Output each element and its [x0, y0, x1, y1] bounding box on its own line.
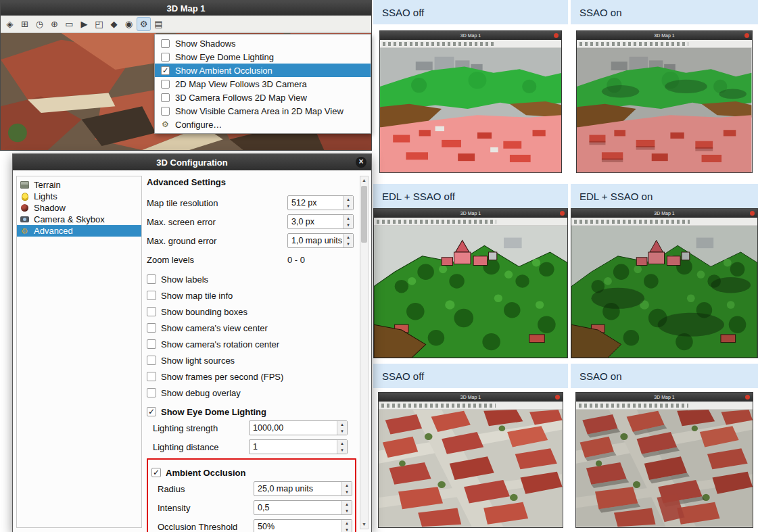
field-label: Occlusion Threshold: [158, 522, 254, 532]
checkbox-unchecked[interactable]: [147, 323, 156, 333]
checkbox-unchecked[interactable]: [161, 53, 170, 62]
comparison-image-cell: 3D Map 1: [571, 388, 758, 532]
ao-intensity-spinbox[interactable]: 0,5 ▴▾: [254, 500, 352, 515]
field-row: Map tile resolution 512 px ▴▾: [147, 195, 356, 210]
max-screen-error-spinbox[interactable]: 3,0 px ▴▾: [287, 214, 354, 229]
checkbox-unchecked[interactable]: [147, 356, 156, 365]
view-options-menu: Show Shadows Show Eye Dome Lighting ✓ Sh…: [154, 34, 371, 134]
export-scene-icon[interactable]: ◆: [107, 17, 121, 31]
checkbox-unchecked[interactable]: [161, 107, 170, 116]
mini-map-window: 3D Map 1: [379, 30, 563, 173]
comparison-image-cell: 3D Map 1: [373, 388, 568, 532]
edl-group-checkbox[interactable]: ✓ Show Eye Dome Lighting: [147, 403, 356, 420]
animation-icon[interactable]: ◷: [32, 17, 47, 31]
settings-heading: Advanced Settings: [147, 177, 356, 187]
mini-titlebar: 3D Map 1: [571, 209, 757, 218]
save-image-icon[interactable]: ◰: [92, 17, 106, 31]
sidebar-item-advanced[interactable]: ⚙ Advanced: [17, 225, 141, 237]
play-animation-icon[interactable]: ▶: [77, 17, 91, 31]
lighting-strength-spinbox[interactable]: 1000,00 ▴▾: [249, 420, 348, 435]
checkbox-row-show-rotation-center[interactable]: Show camera's rotation center: [147, 336, 356, 352]
mini-toolbar: [379, 402, 563, 410]
scene-aerial-ssao-on: [576, 410, 753, 527]
camera-control-icon[interactable]: ⊞: [18, 17, 32, 31]
checkbox-checked[interactable]: ✓: [161, 66, 170, 75]
options-wrench-icon[interactable]: ⚙: [137, 17, 151, 31]
checkbox-unchecked[interactable]: [147, 339, 156, 349]
scroll-down-icon[interactable]: ▼: [360, 521, 368, 529]
checkbox-row-show-fps[interactable]: Show frames per second (FPS): [147, 368, 356, 385]
terrain-icon: [20, 180, 30, 189]
spin-down-icon: ▾: [342, 489, 352, 495]
lightbulb-icon: [20, 192, 30, 201]
sidebar-item-camera-skybox[interactable]: Camera & Skybox: [17, 214, 141, 225]
scene-ssao-on-classified: [577, 48, 751, 172]
mini-toolbar: [577, 40, 751, 48]
ao-occlusion-threshold-spinbox[interactable]: 50% ▴▾: [254, 519, 352, 532]
menu-item-show-shadows[interactable]: Show Shadows: [155, 37, 371, 50]
checkbox-unchecked[interactable]: [147, 388, 156, 397]
checkbox-row-show-light-sources[interactable]: Show light sources: [147, 352, 356, 368]
scene-edl-ssao-on: [571, 226, 757, 358]
checkbox-unchecked[interactable]: [147, 307, 156, 316]
checkbox-row-show-map-tile-info[interactable]: Show map tile info: [147, 287, 356, 304]
checkbox-unchecked[interactable]: [147, 291, 156, 300]
pan-tool-icon[interactable]: ◈: [3, 17, 17, 31]
field-row: Radius 25,0 map units ▴▾: [151, 481, 350, 496]
mini-map-window: 3D Map 1: [378, 392, 563, 527]
spin-down-icon: ▾: [342, 508, 352, 514]
map-window-title: 3D Map 1: [166, 3, 205, 14]
zoom-levels-value: 0 - 0: [287, 255, 305, 265]
checkbox-row-show-labels[interactable]: Show labels: [147, 271, 356, 287]
legend-icon[interactable]: ▤: [151, 17, 166, 31]
config-dialog-titlebar[interactable]: 3D Configuration ×: [13, 154, 371, 170]
checkbox-unchecked[interactable]: [147, 274, 156, 284]
spin-up-icon: ▴: [342, 501, 352, 508]
sidebar-item-terrain[interactable]: Terrain: [17, 179, 141, 191]
checkbox-unchecked[interactable]: [161, 80, 170, 89]
panel-header-ssao-on-2: SSAO on: [571, 364, 758, 388]
map-window-titlebar[interactable]: 3D Map 1: [1, 1, 371, 16]
field-row: Lighting strength 1000,00 ▴▾: [147, 420, 356, 435]
mini-toolbar: [374, 218, 567, 226]
checkbox-unchecked[interactable]: [161, 39, 170, 48]
checkbox-unchecked[interactable]: [161, 93, 170, 102]
map-tile-resolution-spinbox[interactable]: 512 px ▴▾: [287, 195, 354, 210]
ambient-occlusion-group-checkbox[interactable]: ✓ Ambient Occlusion: [151, 464, 350, 481]
mini-close-dot: [560, 211, 565, 216]
menu-item-configure[interactable]: ⚙ Configure…: [155, 118, 371, 131]
panel-header-ssao-off-2: SSAO off: [373, 364, 568, 388]
checkbox-checked[interactable]: ✓: [151, 468, 161, 477]
config-dialog-body: Terrain Lights Shadow Camera & Skybox ⚙ …: [13, 170, 371, 532]
mini-close-dot: [744, 33, 749, 38]
close-icon[interactable]: ×: [356, 157, 366, 168]
mini-titlebar: 3D Map 1: [379, 393, 563, 402]
scrollbar-thumb[interactable]: [361, 186, 367, 243]
comparison-image-cell: 3D Map 1: [373, 208, 568, 358]
measure-line-icon[interactable]: ▭: [62, 17, 76, 31]
menu-item-show-visible-camera-area[interactable]: Show Visible Camera Area in 2D Map View: [155, 104, 371, 118]
mini-map-window: 3D Map 1: [575, 392, 753, 527]
menu-item-show-ambient-occlusion[interactable]: ✓ Show Ambient Occlusion: [155, 64, 371, 77]
ao-radius-spinbox[interactable]: 25,0 map units ▴▾: [254, 481, 352, 496]
checkbox-row-show-bounding-boxes[interactable]: Show bounding boxes: [147, 304, 356, 320]
view-theme-eye-icon[interactable]: ◉: [122, 17, 136, 31]
zoom-full-icon[interactable]: ⊕: [47, 17, 62, 31]
checkbox-row-show-debug-overlay[interactable]: Show debug overlay: [147, 385, 356, 401]
checkbox-row-show-view-center[interactable]: Show camera's view center: [147, 320, 356, 336]
checkbox-checked[interactable]: ✓: [147, 407, 156, 416]
lighting-distance-spinbox[interactable]: 1 ▴▾: [249, 439, 348, 454]
scroll-up-icon[interactable]: ▲: [360, 176, 368, 185]
menu-item-2d-follows-3d[interactable]: 2D Map View Follows 3D Camera: [155, 77, 371, 91]
screenshot: 3D Map 1 ◈ ⊞ ◷ ⊕ ▭ ▶ ◰ ◆ ◉ ⚙ ▤: [0, 0, 758, 532]
sidebar-item-lights[interactable]: Lights: [17, 191, 141, 202]
field-label: Zoom levels: [147, 255, 287, 265]
wrench-icon: ⚙: [161, 120, 170, 129]
menu-item-3d-follows-2d[interactable]: 3D Camera Follows 2D Map View: [155, 91, 371, 104]
settings-scrollbar[interactable]: ▲ ▼: [360, 176, 369, 529]
checkbox-unchecked[interactable]: [147, 372, 156, 381]
max-ground-error-spinbox[interactable]: 1,0 map units ▴▾: [287, 233, 354, 248]
panel-header-ssao-on-1: SSAO on: [571, 0, 758, 24]
sidebar-item-shadow[interactable]: Shadow: [17, 202, 141, 214]
menu-item-show-edl[interactable]: Show Eye Dome Lighting: [155, 50, 371, 64]
